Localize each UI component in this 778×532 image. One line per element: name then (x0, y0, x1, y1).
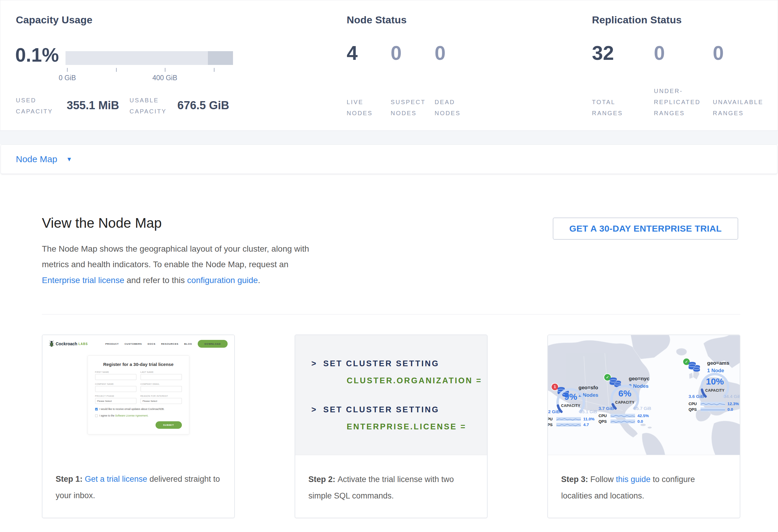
cpu-sparkline (611, 414, 635, 418)
enterprise-trial-license-link[interactable]: Enterprise trial license (42, 276, 124, 285)
nav-item-resources[interactable]: RESOURCES (161, 343, 178, 345)
intro-text-part: and refer to this (124, 276, 187, 285)
capacity-bar: 0 GiB 400 GiB (66, 51, 233, 65)
qps-value: 0.0 (637, 419, 651, 424)
under-replicated-ranges-value: 0 (654, 42, 665, 64)
cpu-label: CPU (548, 417, 556, 421)
step1-card: Cockroach LABS PRODUCT CUSTOMERS DOCS RE… (42, 334, 235, 518)
capacity-percent: 0.1% (15, 44, 59, 66)
capacity-usage-title: Capacity Usage (16, 14, 92, 26)
qps-value: 0.0 (727, 407, 740, 412)
checkbox-label: I agree to the Software License Agreemen… (100, 414, 149, 417)
chevron-down-icon[interactable]: ▼ (66, 156, 72, 163)
section-divider (42, 314, 740, 314)
cockroach-icon (49, 340, 54, 347)
sql-command: >SET CLUSTER SETTING ENTERPRISE.LICENSE … (311, 405, 487, 432)
nav-item-customers[interactable]: CUSTOMERS (125, 343, 142, 345)
software-license-agreement-link[interactable]: Software License Agreement. (115, 414, 148, 417)
used-capacity-value: 355.1 MiB (67, 99, 119, 112)
prompt-symbol: > (311, 405, 317, 414)
mini-site-header: Cockroach LABS PRODUCT CUSTOMERS DOCS RE… (49, 340, 228, 348)
checkbox-label-part: I agree to the (100, 414, 115, 417)
total-ranges-value: 32 (592, 42, 614, 64)
locality-name[interactable]: geo=ams (707, 360, 729, 366)
nav-item-blog[interactable]: BLOG (184, 343, 192, 345)
get-enterprise-trial-button[interactable]: GET A 30-DAY ENTERPRISE TRIAL (553, 218, 738, 240)
last-name-input[interactable] (141, 374, 182, 380)
total-gib: 65.7 GiB (634, 406, 651, 411)
capacity-bar-reserved-segment (208, 51, 233, 65)
company-name-input[interactable] (95, 386, 136, 392)
form-field: REASON FOR INTEREST Please Select (141, 395, 182, 404)
logo-text: Cockroach (56, 341, 77, 346)
intro-text-part: The Node Map shows the geographical layo… (42, 244, 309, 269)
step-number: Step 1: (56, 474, 85, 483)
intro-text-part: . (258, 276, 260, 285)
cpu-sparkline (556, 417, 581, 421)
node-status-title: Node Status (347, 14, 407, 26)
cluster-overview-page: Capacity Usage 0.1% 0 GiB 400 GiB USED C… (0, 0, 778, 532)
cpu-value: 11.0% (583, 417, 597, 421)
first-name-input[interactable] (95, 374, 136, 380)
axis-tick-label: 400 GiB (147, 74, 183, 82)
stats-panel: Capacity Usage 0.1% 0 GiB 400 GiB USED C… (0, 0, 778, 131)
suspect-nodes-value: 0 (391, 42, 402, 64)
node-map-preview: 1 geo=sfo 2 Nodes 9% CAPACITY 3.2 GiB35.… (548, 335, 740, 455)
submit-button[interactable]: SUBMIT (156, 421, 182, 429)
cpu-value: 12.3% (727, 401, 740, 406)
capacity-label: CAPACITY (548, 404, 598, 408)
axis-tick-label: 0 GiB (49, 74, 85, 82)
caption-text: Follow (591, 475, 616, 484)
view-selector-bar: Node Map ▼ (1, 145, 777, 174)
form-field: LAST NAME (141, 371, 182, 380)
this-guide-link[interactable]: this guide (616, 475, 650, 484)
step-number: Step 2: (308, 475, 338, 484)
used-capacity-label: USED CAPACITY (16, 95, 62, 117)
reason-for-interest-select[interactable]: Please Select (141, 398, 182, 404)
dead-nodes-value: 0 (435, 42, 446, 64)
qps-label: QPS (548, 423, 556, 427)
download-button[interactable]: DOWNLOAD (198, 340, 228, 348)
sql-keyword: SET CLUSTER SETTING (323, 359, 440, 368)
sql-commands-panel: >SET CLUSTER SETTING CLUSTER.ORGANIZATIO… (295, 335, 487, 455)
intro-description: The Node Map shows the geographical layo… (42, 241, 326, 288)
steps-row: Cockroach LABS PRODUCT CUSTOMERS DOCS RE… (42, 334, 740, 518)
checkbox-unchecked-icon[interactable] (95, 414, 98, 417)
page-title: View the Node Map (42, 215, 162, 231)
configuration-guide-link[interactable]: configuration guide (187, 276, 258, 285)
capacity-percent-value: 9% (548, 392, 598, 402)
field-label: COMPANY NAME (95, 383, 136, 385)
prompt-symbol: > (311, 359, 317, 368)
field-label: COMPANY EMAIL (141, 383, 182, 385)
step-number: Step 3: (561, 475, 591, 484)
qps-sparkline (701, 407, 725, 411)
nav-item-product[interactable]: PRODUCT (105, 343, 119, 345)
checkbox-label: I would like to receive email updates ab… (100, 407, 164, 410)
logo-suffix: LABS (78, 342, 88, 346)
qps-sparkline (556, 423, 581, 427)
mini-site-nav: PRODUCT CUSTOMERS DOCS RESOURCES BLOG DO… (105, 340, 228, 348)
axis-tick (214, 68, 215, 72)
live-nodes-label: LIVE NODES (347, 97, 378, 119)
form-field: FIRST NAME (95, 371, 136, 380)
field-label: REASON FOR INTEREST (141, 395, 182, 397)
nav-item-docs[interactable]: DOCS (147, 343, 155, 345)
capacity-label: CAPACITY (688, 388, 740, 393)
database-icon (688, 362, 701, 372)
usable-capacity-value: 676.5 GiB (177, 99, 229, 112)
get-trial-license-link[interactable]: Get a trial license (85, 474, 147, 483)
field-label: FIRST NAME (95, 371, 136, 373)
usable-capacity-label: USABLE CAPACITY (130, 95, 179, 117)
qps-value: 4.7 (583, 423, 597, 427)
project-phase-select[interactable]: Please Select (95, 398, 136, 404)
cockroach-labs-logo: Cockroach LABS (49, 340, 88, 347)
node-map-dropdown[interactable]: Node Map (16, 154, 57, 164)
checkbox-checked-icon[interactable] (95, 408, 98, 410)
company-email-input[interactable] (141, 386, 182, 392)
form-field: PROJECT PHASE Please Select (95, 395, 136, 404)
capacity-percent-value: 6% (598, 388, 652, 398)
email-updates-checkbox-row: I would like to receive email updates ab… (95, 407, 182, 410)
used-gib: 3.2 GiB (548, 409, 560, 414)
locality-name[interactable]: geo=nyc (629, 376, 649, 382)
axis-tick (67, 68, 68, 72)
